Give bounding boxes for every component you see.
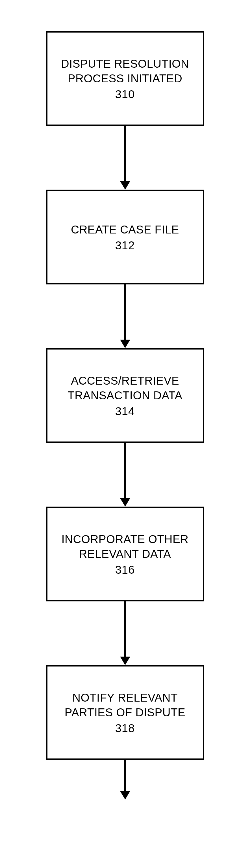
process-box-312: CREATE CASE FILE 312	[46, 190, 204, 284]
box-number: 316	[115, 563, 135, 576]
box-title: ACCESS/RETRIEVE TRANSACTION DATA	[53, 373, 197, 403]
box-title: INCORPORATE OTHER RELEVANT DATA	[53, 532, 197, 561]
arrow-down-icon	[120, 601, 130, 665]
flowchart: DISPUTE RESOLUTION PROCESS INITIATED 310…	[46, 31, 204, 800]
arrow-down-icon	[120, 760, 130, 800]
process-box-316: INCORPORATE OTHER RELEVANT DATA 316	[46, 506, 204, 601]
process-box-318: NOTIFY RELEVANT PARTIES OF DISPUTE 318	[46, 665, 204, 760]
box-number: 318	[115, 722, 135, 735]
box-number: 314	[115, 405, 135, 418]
box-title: DISPUTE RESOLUTION PROCESS INITIATED	[53, 56, 197, 86]
box-number: 312	[115, 239, 135, 252]
process-box-310: DISPUTE RESOLUTION PROCESS INITIATED 310	[46, 31, 204, 126]
arrow-down-icon	[120, 126, 130, 190]
arrow-down-icon	[120, 443, 130, 506]
box-title: CREATE CASE FILE	[71, 222, 179, 237]
box-title: NOTIFY RELEVANT PARTIES OF DISPUTE	[53, 690, 197, 720]
arrow-down-icon	[120, 284, 130, 348]
box-number: 310	[115, 88, 135, 101]
process-box-314: ACCESS/RETRIEVE TRANSACTION DATA 314	[46, 348, 204, 443]
